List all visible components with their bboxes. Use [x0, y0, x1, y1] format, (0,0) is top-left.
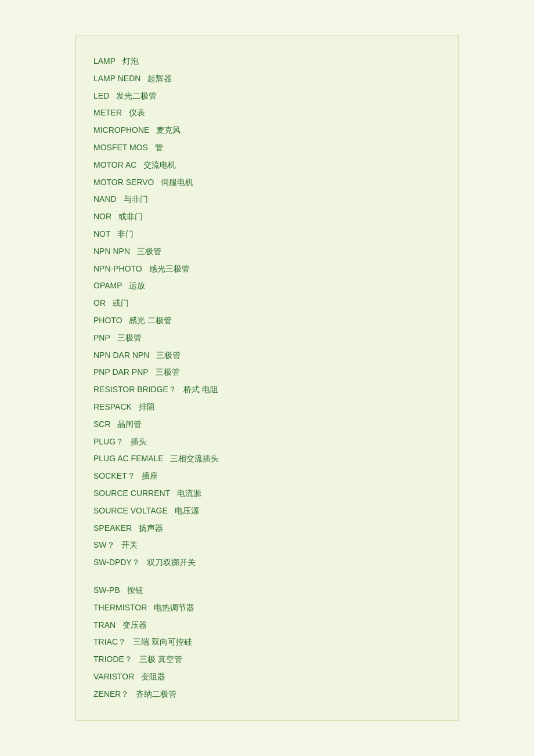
list-item: TRIAC？ 三端 双向可控硅	[93, 634, 441, 651]
term-english: SOURCE VOLTAGE	[93, 506, 168, 515]
list-item: SOCKET？ 插座	[93, 468, 441, 485]
term-english: VARISTOR	[93, 672, 134, 681]
term-chinese: 交流电机	[141, 160, 176, 169]
list-item: VARISTOR 变阻器	[93, 668, 441, 686]
term-chinese: 麦克风	[154, 125, 181, 135]
list-item: PNP DAR PNP 三极管	[93, 364, 441, 381]
term-english: NOT	[93, 229, 111, 238]
spacer	[93, 571, 441, 582]
term-chinese: 三端 双向可控硅	[131, 637, 192, 646]
list-item: PNP 三极管	[93, 330, 441, 347]
term-chinese: 三极管	[153, 367, 180, 377]
list-item: SW-PB 按钮	[93, 582, 441, 599]
term-chinese: 灯泡	[120, 56, 139, 66]
list-item: OPAMP 运放	[93, 277, 441, 295]
term-english: MICROPHONE	[93, 125, 149, 135]
list-item: RESISTOR BRIDGE？ 桥式 电阻	[93, 381, 441, 399]
list-item: NOR 或非门	[93, 208, 441, 226]
list-item: NAND 与非门	[93, 191, 441, 208]
term-chinese: 插头	[128, 437, 147, 446]
list-item: SOURCE VOLTAGE 电压源	[93, 502, 441, 520]
term-chinese: 感光三极管	[147, 264, 190, 273]
term-english: MOTOR SERVO	[93, 178, 154, 187]
list-item: SW？ 开关	[93, 537, 441, 554]
term-chinese: 按钮	[125, 585, 143, 595]
term-chinese: 变压器	[120, 620, 147, 630]
list-item: SOURCE CURRENT 电流源	[93, 485, 441, 502]
term-english: ZENER？	[93, 689, 129, 699]
term-chinese: 扬声器	[136, 523, 163, 533]
list-item: LAMP NEDN 起辉器	[93, 70, 441, 88]
term-chinese: 感光 二极管	[127, 316, 172, 325]
term-english: THERMISTOR	[93, 603, 147, 612]
term-english: LAMP NEDN	[93, 74, 140, 83]
term-chinese: 三极管	[154, 350, 181, 360]
term-english: TRAN	[93, 620, 116, 630]
term-english: NAND	[93, 194, 117, 204]
term-english: TRIODE？	[93, 654, 132, 664]
list-item: LAMP 灯泡	[93, 53, 441, 70]
term-chinese: 伺服电机	[159, 178, 194, 187]
list-item: PLUG AC FEMALE 三相交流插头	[93, 450, 441, 468]
term-chinese: 双刀双掷开关	[145, 558, 196, 567]
term-english: NPN-PHOTO	[93, 264, 142, 273]
list-item: MICROPHONE 麦克风	[93, 122, 441, 139]
term-english: SPEAKER	[93, 523, 132, 533]
term-chinese: 发光二极管	[114, 91, 157, 100]
term-chinese: 或门	[110, 298, 129, 308]
list-item: NPN DAR NPN 三极管	[93, 347, 441, 364]
term-english: METER	[93, 108, 122, 117]
term-english: SW-DPDY？	[93, 558, 140, 567]
list-item: SCR 晶闸管	[93, 416, 441, 433]
term-chinese: 电流源	[175, 489, 201, 498]
list-item: PLUG？ 插头	[93, 433, 441, 451]
term-english: NPN DAR NPN	[93, 350, 149, 360]
term-english: PLUG AC FEMALE	[93, 454, 164, 463]
term-english: LAMP	[93, 56, 116, 66]
term-chinese: 变阻器	[139, 672, 165, 681]
term-chinese: 晶闸管	[116, 419, 142, 429]
term-english: SW？	[93, 540, 115, 549]
term-chinese: 仪表	[127, 108, 145, 117]
term-chinese: 开关	[120, 540, 138, 549]
term-english: RESPACK	[93, 402, 132, 411]
list-item: THERMISTOR 电热调节器	[93, 599, 441, 617]
list-item: OR 或门	[93, 295, 441, 312]
list-item: ZENER？ 齐纳二极管	[93, 686, 441, 703]
term-english: SCR	[93, 419, 111, 429]
term-chinese: 齐纳二极管	[134, 689, 176, 699]
term-chinese: 运放	[127, 281, 146, 290]
list-item: SPEAKER 扬声器	[93, 520, 441, 537]
list-item: TRIODE？ 三极 真空管	[93, 651, 441, 668]
term-english: RESISTOR BRIDGE？	[93, 385, 176, 394]
term-chinese: 或非门	[116, 212, 143, 221]
term-english: PNP	[93, 333, 110, 342]
list-item: PHOTO 感光 二极管	[93, 312, 441, 330]
term-chinese: 三极管	[135, 247, 161, 256]
term-chinese: 桥式 电阻	[181, 385, 218, 394]
term-chinese: 与非门	[121, 194, 148, 204]
term-chinese: 排阻	[136, 402, 155, 411]
list-item: METER 仪表	[93, 104, 441, 122]
list-item: TRAN 变压器	[93, 617, 441, 634]
term-english: MOTOR AC	[93, 160, 136, 169]
list-item: RESPACK 排阻	[93, 399, 441, 416]
term-english: SOURCE CURRENT	[93, 489, 170, 498]
term-chinese: 非门	[116, 229, 134, 238]
term-chinese: 三极 真空管	[137, 654, 182, 664]
term-english: NOR	[93, 212, 111, 221]
term-english: TRIAC？	[93, 637, 126, 646]
list-item: LED 发光二极管	[93, 88, 441, 105]
term-english: PHOTO	[93, 316, 122, 325]
list-item: SW-DPDY？ 双刀双掷开关	[93, 554, 441, 571]
term-chinese: 管	[153, 143, 163, 152]
list-item: MOSFET MOS 管	[93, 139, 441, 157]
term-english: SW-PB	[93, 585, 120, 595]
term-chinese: 插座	[140, 471, 158, 480]
list-item: MOTOR AC 交流电机	[93, 157, 441, 174]
term-english: PNP DAR PNP	[93, 367, 149, 377]
term-english: PLUG？	[93, 437, 124, 446]
content-box: LAMP 灯泡LAMP NEDN 起辉器LED 发光二极管METER 仪表MIC…	[75, 35, 459, 721]
list-item: MOTOR SERVO 伺服电机	[93, 174, 441, 191]
list-item: NPN-PHOTO 感光三极管	[93, 261, 441, 278]
